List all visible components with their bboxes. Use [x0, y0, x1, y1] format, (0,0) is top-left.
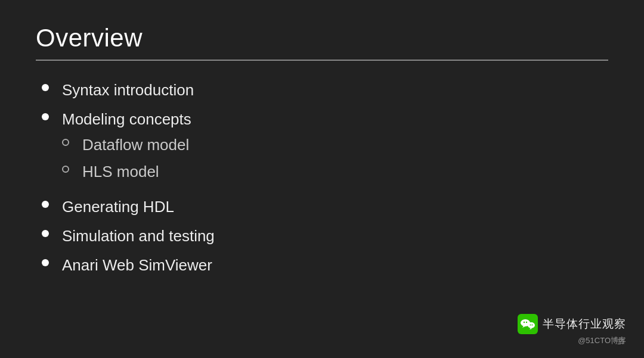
sub-hls-label: HLS model — [82, 160, 159, 183]
list-item: Modeling concepts Dataflow model HLS mod… — [42, 108, 608, 189]
bullet-dot-icon — [42, 259, 49, 266]
item-anari-label: Anari Web SimViewer — [62, 254, 212, 277]
list-item: Dataflow model — [42, 133, 189, 157]
svg-point-6 — [532, 325, 533, 326]
list-item: Syntax introduction — [42, 79, 608, 102]
brand-row: 半导体行业观察 — [518, 314, 626, 334]
item-simulation-label: Simulation and testing — [62, 225, 215, 248]
svg-point-3 — [524, 322, 525, 323]
watermark-area: 半导体行业观察 @51CTO博客 — [518, 314, 626, 346]
content-area: Syntax introduction Modeling concepts Da… — [36, 79, 608, 277]
svg-point-2 — [528, 322, 535, 328]
bullet-dot-icon — [42, 84, 49, 91]
bullet-circle-icon — [62, 139, 69, 146]
list-item: Simulation and testing — [42, 225, 608, 248]
bullet-dot-icon — [42, 113, 49, 120]
slide-title: Overview — [36, 24, 608, 52]
wechat-icon — [518, 314, 538, 334]
item-hdl-label: Generating HDL — [62, 195, 174, 219]
list-item: Generating HDL — [42, 195, 608, 219]
bullet-dot-icon — [42, 230, 49, 237]
sub-dataflow-label: Dataflow model — [82, 133, 189, 157]
slide: Overview Syntax introduction Modeling co… — [0, 0, 644, 358]
sub-list: Dataflow model HLS model — [42, 133, 189, 187]
bullet-dot-icon — [42, 201, 49, 208]
item-modeling-label: Modeling concepts — [62, 108, 191, 131]
brand-name: 半导体行业观察 — [543, 316, 626, 332]
list-item: HLS model — [42, 160, 189, 183]
bullet-circle-icon — [62, 166, 69, 173]
item-syntax-label: Syntax introduction — [62, 79, 194, 102]
page-number: 17 — [617, 338, 625, 346]
title-divider — [36, 60, 608, 61]
list-item: Anari Web SimViewer — [42, 254, 608, 277]
svg-point-5 — [530, 325, 531, 326]
svg-point-4 — [526, 322, 527, 323]
bullet-list: Syntax introduction Modeling concepts Da… — [42, 79, 608, 277]
